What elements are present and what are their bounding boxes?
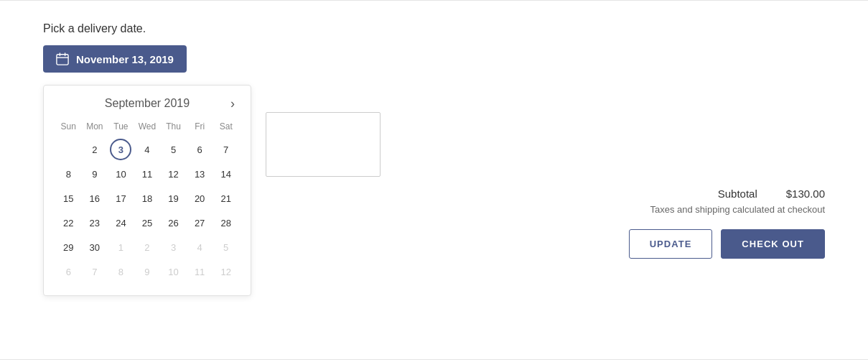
- month-name: September: [105, 97, 161, 109]
- calendar-day[interactable]: 28: [215, 212, 237, 234]
- delivery-label: Pick a delivery date.: [43, 22, 825, 35]
- calendar-day: 10: [163, 261, 185, 282]
- weekday-fri: Fri: [187, 119, 213, 134]
- calendar-day: 5: [215, 236, 237, 258]
- notes-textarea[interactable]: [266, 112, 381, 177]
- calendar-dropdown: September 2019 › Sun Mon Tue Wed Thu Fri…: [43, 85, 251, 296]
- calendar-day: 6: [57, 261, 79, 282]
- calendar-day[interactable]: 14: [215, 163, 237, 185]
- calendar-day[interactable]: 16: [84, 188, 106, 209]
- weekday-sat: Sat: [213, 119, 239, 134]
- calendar-day: 8: [110, 261, 131, 282]
- calendar-day[interactable]: 24: [110, 212, 131, 234]
- calendar-day[interactable]: 25: [136, 212, 158, 234]
- page-wrapper: Pick a delivery date. November 13, 2019 …: [0, 0, 868, 360]
- calendar-day[interactable]: 17: [110, 188, 131, 209]
- action-buttons: UPDATE CHECK OUT: [624, 229, 825, 259]
- calendar-day[interactable]: 22: [57, 212, 79, 234]
- calendar-day: 11: [189, 261, 210, 282]
- calendar-day[interactable]: 23: [84, 212, 106, 234]
- calendar-title: September 2019: [105, 97, 190, 110]
- calendar-day[interactable]: 2: [84, 139, 106, 160]
- tax-note: Taxes and shipping calculated at checkou…: [624, 204, 825, 215]
- subtotal-row: Subtotal $130.00: [624, 188, 825, 200]
- calendar-days: 2345678910111213141516171819202122232425…: [55, 137, 239, 284]
- calendar-day[interactable]: 15: [57, 188, 79, 209]
- next-month-button[interactable]: ›: [226, 96, 239, 111]
- calendar-day: 12: [215, 261, 237, 282]
- calendar-day[interactable]: 29: [57, 236, 79, 258]
- calendar-weekdays: Sun Mon Tue Wed Thu Fri Sat: [55, 119, 239, 134]
- weekday-tue: Tue: [108, 119, 134, 134]
- calendar-day[interactable]: 13: [189, 163, 210, 185]
- calendar-day[interactable]: 20: [189, 188, 210, 209]
- checkout-button[interactable]: CHECK OUT: [721, 229, 825, 259]
- weekday-sun: Sun: [55, 119, 82, 134]
- calendar-day[interactable]: 10: [110, 163, 131, 185]
- update-button[interactable]: UPDATE: [629, 229, 713, 259]
- calendar-day: 3: [163, 236, 185, 258]
- calendar-icon: [56, 52, 69, 65]
- weekday-wed: Wed: [134, 119, 161, 134]
- calendar-day[interactable]: 11: [136, 163, 158, 185]
- calendar-day[interactable]: 5: [163, 139, 185, 160]
- calendar-day[interactable]: 3: [110, 139, 131, 160]
- calendar-day[interactable]: 26: [163, 212, 185, 234]
- calendar-day: 2: [136, 236, 158, 258]
- calendar-day[interactable]: 30: [84, 236, 106, 258]
- calendar-day: [57, 139, 79, 160]
- subtotal-value: $130.00: [786, 188, 825, 200]
- calendar-header: September 2019 ›: [55, 97, 239, 110]
- calendar-day[interactable]: 21: [215, 188, 237, 209]
- weekday-mon: Mon: [82, 119, 108, 134]
- weekday-thu: Thu: [160, 119, 187, 134]
- calendar-day: 9: [136, 261, 158, 282]
- selected-date-label: November 13, 2019: [76, 53, 174, 65]
- calendar-day[interactable]: 18: [136, 188, 158, 209]
- calendar-day[interactable]: 12: [163, 163, 185, 185]
- calendar-day[interactable]: 7: [215, 139, 237, 160]
- calendar-day[interactable]: 19: [163, 188, 185, 209]
- year-label: 2019: [164, 97, 190, 109]
- calendar-day[interactable]: 4: [136, 139, 158, 160]
- calendar-day[interactable]: 6: [189, 139, 210, 160]
- calendar-day[interactable]: 9: [84, 163, 106, 185]
- summary-section: Subtotal $130.00 Taxes and shipping calc…: [624, 188, 825, 259]
- calendar-day: 4: [189, 236, 210, 258]
- calendar-day[interactable]: 27: [189, 212, 210, 234]
- subtotal-label: Subtotal: [718, 188, 757, 200]
- calendar-day[interactable]: 8: [57, 163, 79, 185]
- date-picker-button[interactable]: November 13, 2019: [43, 45, 187, 73]
- svg-rect-0: [57, 55, 68, 65]
- calendar-day: 7: [84, 261, 106, 282]
- calendar-day: 1: [110, 236, 131, 258]
